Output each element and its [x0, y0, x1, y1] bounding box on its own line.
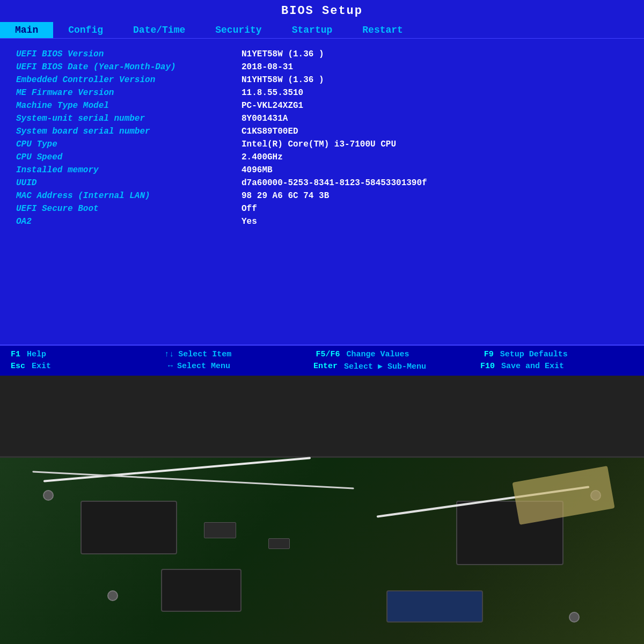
- help-bar: F1 Help ↑↓ Select Item F5/F6 Change Valu…: [0, 345, 644, 376]
- pcb-component-blue: [386, 590, 483, 623]
- pcb-board: [0, 456, 644, 644]
- desc-select-item: Select Item: [178, 350, 311, 359]
- desc-help: Help: [27, 350, 160, 359]
- wire-cable: [32, 471, 354, 489]
- value-cpu-type: Intel(R) Core(TM) i3-7100U CPU: [241, 140, 396, 149]
- table-row: System-unit serial number 8Y001431A: [16, 114, 628, 123]
- content-area: UEFI BIOS Version N1YET58W (1.36 ) UEFI …: [0, 39, 644, 345]
- label-cpu-speed: CPU Speed: [16, 152, 241, 162]
- value-installed-memory: 4096MB: [241, 165, 273, 175]
- key-esc: Esc: [11, 362, 25, 371]
- label-uefi-bios-date: UEFI BIOS Date (Year-Month-Day): [16, 62, 241, 72]
- table-row: OA2 Yes: [16, 217, 628, 226]
- arrow-leftright-icon: ↔: [168, 362, 173, 371]
- label-sys-board-serial: System board serial number: [16, 127, 241, 136]
- label-ec-version: Embedded Controller Version: [16, 75, 241, 85]
- help-row-2: Esc Exit ↔ Select Menu Enter Select ▶ Su…: [11, 361, 633, 371]
- pcb-component: [80, 501, 177, 554]
- desc-exit: Exit: [32, 362, 164, 371]
- table-row: ME Firmware Version 11.8.55.3510: [16, 88, 628, 98]
- value-uefi-bios-date: 2018-08-31: [241, 62, 293, 72]
- value-sys-unit-serial: 8Y001431A: [241, 114, 288, 123]
- key-f1: F1: [11, 350, 20, 359]
- value-mac-address: 98 29 A6 6C 74 3B: [241, 191, 329, 201]
- table-row: UUID d7a60000-5253-8341-8123-58453301390…: [16, 178, 628, 188]
- table-row: Embedded Controller Version N1YHT58W (1.…: [16, 75, 628, 85]
- value-me-firmware: 11.8.55.3510: [241, 88, 303, 98]
- key-enter: Enter: [313, 362, 338, 371]
- table-row: UEFI BIOS Date (Year-Month-Day) 2018-08-…: [16, 62, 628, 72]
- table-row: CPU Type Intel(R) Core(TM) i3-7100U CPU: [16, 140, 628, 149]
- value-cpu-speed: 2.400GHz: [241, 152, 283, 162]
- table-row: System board serial number C1KS89T00ED: [16, 127, 628, 136]
- label-uefi-bios-version: UEFI BIOS Version: [16, 49, 241, 59]
- key-f9: F9: [484, 350, 494, 359]
- value-oa2: Yes: [241, 217, 257, 226]
- nav-restart[interactable]: Restart: [347, 22, 418, 38]
- value-uuid: d7a60000-5253-8341-8123-58453301390f: [241, 178, 427, 188]
- value-sys-board-serial: C1KS89T00ED: [241, 127, 298, 136]
- bios-title: BIOS Setup: [0, 0, 644, 22]
- arrow-updown-icon: ↑↓: [164, 350, 174, 359]
- pcb-chip: [204, 522, 236, 538]
- screw: [107, 590, 118, 601]
- table-row: Installed memory 4096MB: [16, 165, 628, 175]
- table-row: MAC Address (Internal LAN) 98 29 A6 6C 7…: [16, 191, 628, 201]
- desc-save-exit: Save and Exit: [501, 362, 633, 371]
- table-row: Machine Type Model PC-VKL24XZG1: [16, 101, 628, 111]
- pcb-component: [161, 569, 241, 612]
- label-uuid: UUID: [16, 178, 241, 188]
- laptop-internals: [0, 376, 644, 644]
- key-f5f6: F5/F6: [316, 350, 340, 359]
- pcb-chip: [268, 538, 290, 549]
- value-ec-version: N1YHT58W (1.36 ): [241, 75, 324, 85]
- nav-startup[interactable]: Startup: [277, 22, 348, 38]
- nav-main[interactable]: Main: [0, 22, 53, 38]
- key-f10: F10: [480, 362, 495, 371]
- value-uefi-secure-boot: Off: [241, 204, 257, 214]
- table-row: UEFI Secure Boot Off: [16, 204, 628, 214]
- label-sys-unit-serial: System-unit serial number: [16, 114, 241, 123]
- bios-screen: BIOS Setup Main Config Date/Time Securit…: [0, 0, 644, 376]
- label-machine-type: Machine Type Model: [16, 101, 241, 111]
- help-row-1: F1 Help ↑↓ Select Item F5/F6 Change Valu…: [11, 350, 633, 359]
- value-machine-type: PC-VKL24XZG1: [241, 101, 303, 111]
- table-row: UEFI BIOS Version N1YET58W (1.36 ): [16, 49, 628, 59]
- nav-datetime[interactable]: Date/Time: [118, 22, 200, 38]
- desc-select-submenu: Select ▶ Sub-Menu: [344, 361, 476, 371]
- screw: [43, 490, 54, 501]
- nav-security[interactable]: Security: [200, 22, 276, 38]
- nav-config[interactable]: Config: [53, 22, 118, 38]
- label-me-firmware: ME Firmware Version: [16, 88, 241, 98]
- label-cpu-type: CPU Type: [16, 140, 241, 149]
- desc-change-values: Change Values: [347, 350, 480, 359]
- label-uefi-secure-boot: UEFI Secure Boot: [16, 204, 241, 214]
- screw: [569, 612, 580, 623]
- label-mac-address: MAC Address (Internal LAN): [16, 191, 241, 201]
- label-oa2: OA2: [16, 217, 241, 226]
- desc-select-menu: Select Menu: [177, 362, 309, 371]
- table-row: CPU Speed 2.400GHz: [16, 152, 628, 162]
- label-installed-memory: Installed memory: [16, 165, 241, 175]
- value-uefi-bios-version: N1YET58W (1.36 ): [241, 49, 324, 59]
- tape: [512, 466, 614, 525]
- nav-bar: Main Config Date/Time Security Startup R…: [0, 22, 644, 39]
- laptop-body: [0, 376, 644, 644]
- desc-setup-defaults: Setup Defaults: [500, 350, 633, 359]
